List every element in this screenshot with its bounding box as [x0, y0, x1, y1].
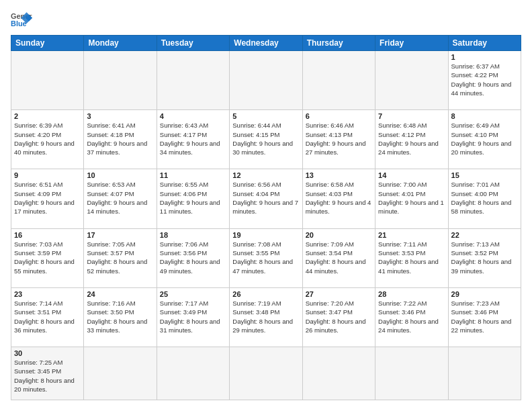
- day-number: 2: [14, 112, 81, 120]
- day-sun-info: Sunrise: 7:08 AM Sunset: 3:55 PM Dayligh…: [232, 240, 299, 275]
- calendar-day-cell: 1Sunrise: 6:37 AM Sunset: 4:22 PM Daylig…: [448, 51, 521, 110]
- day-sun-info: Sunrise: 7:00 AM Sunset: 4:01 PM Dayligh…: [378, 180, 445, 216]
- day-number: 30: [14, 349, 81, 357]
- day-number: 23: [14, 290, 81, 298]
- calendar-day-cell: [230, 51, 302, 110]
- calendar-day-cell: 16Sunrise: 7:03 AM Sunset: 3:59 PM Dayli…: [11, 228, 84, 287]
- calendar-day-cell: [11, 51, 84, 110]
- calendar-day-cell: 4Sunrise: 6:43 AM Sunset: 4:17 PM Daylig…: [157, 110, 229, 169]
- day-number: 4: [160, 112, 226, 120]
- calendar-table: SundayMondayTuesdayWednesdayThursdayFrid…: [11, 35, 521, 400]
- calendar-header-row: SundayMondayTuesdayWednesdayThursdayFrid…: [11, 36, 521, 51]
- calendar-day-cell: [157, 347, 229, 400]
- calendar-week-row: 23Sunrise: 7:14 AM Sunset: 3:51 PM Dayli…: [11, 287, 521, 347]
- day-sun-info: Sunrise: 7:03 AM Sunset: 3:59 PM Dayligh…: [14, 240, 81, 275]
- calendar-day-cell: [448, 347, 521, 400]
- day-sun-info: Sunrise: 7:17 AM Sunset: 3:49 PM Dayligh…: [160, 299, 226, 334]
- day-number: 29: [451, 290, 518, 298]
- calendar-week-row: 9Sunrise: 6:51 AM Sunset: 4:09 PM Daylig…: [11, 169, 521, 228]
- calendar-day-cell: 13Sunrise: 6:58 AM Sunset: 4:03 PM Dayli…: [302, 169, 375, 228]
- calendar-day-cell: 19Sunrise: 7:08 AM Sunset: 3:55 PM Dayli…: [230, 228, 302, 287]
- calendar-day-cell: [157, 51, 229, 110]
- day-sun-info: Sunrise: 7:05 AM Sunset: 3:57 PM Dayligh…: [87, 240, 153, 275]
- calendar-day-cell: 21Sunrise: 7:11 AM Sunset: 3:53 PM Dayli…: [375, 228, 448, 287]
- day-sun-info: Sunrise: 7:23 AM Sunset: 3:46 PM Dayligh…: [451, 299, 518, 334]
- day-of-week-header: Friday: [375, 36, 448, 51]
- day-sun-info: Sunrise: 7:06 AM Sunset: 3:56 PM Dayligh…: [160, 240, 226, 275]
- day-number: 8: [451, 112, 518, 120]
- day-number: 28: [378, 290, 445, 298]
- calendar-week-row: 30Sunrise: 7:25 AM Sunset: 3:45 PM Dayli…: [11, 347, 521, 400]
- day-sun-info: Sunrise: 6:37 AM Sunset: 4:22 PM Dayligh…: [451, 62, 518, 97]
- day-sun-info: Sunrise: 7:13 AM Sunset: 3:52 PM Dayligh…: [451, 240, 518, 275]
- day-number: 11: [160, 171, 226, 179]
- day-sun-info: Sunrise: 6:46 AM Sunset: 4:13 PM Dayligh…: [306, 121, 372, 156]
- day-number: 26: [232, 290, 299, 298]
- day-number: 17: [87, 231, 153, 239]
- day-of-week-header: Monday: [84, 36, 157, 51]
- day-number: 6: [306, 112, 372, 120]
- calendar-day-cell: 3Sunrise: 6:41 AM Sunset: 4:18 PM Daylig…: [84, 110, 157, 169]
- day-sun-info: Sunrise: 6:41 AM Sunset: 4:18 PM Dayligh…: [87, 121, 153, 156]
- day-of-week-header: Tuesday: [157, 36, 229, 51]
- calendar-day-cell: [230, 347, 302, 400]
- day-number: 25: [160, 290, 226, 298]
- calendar-day-cell: [375, 347, 448, 400]
- day-number: 12: [232, 171, 299, 179]
- logo: General Blue: [11, 11, 32, 30]
- day-number: 27: [306, 290, 372, 298]
- day-sun-info: Sunrise: 6:55 AM Sunset: 4:06 PM Dayligh…: [160, 180, 226, 216]
- day-number: 9: [14, 171, 81, 179]
- day-number: 1: [451, 53, 518, 61]
- calendar-body: 1Sunrise: 6:37 AM Sunset: 4:22 PM Daylig…: [11, 51, 521, 400]
- calendar-day-cell: 15Sunrise: 7:01 AM Sunset: 4:00 PM Dayli…: [448, 169, 521, 228]
- day-sun-info: Sunrise: 6:39 AM Sunset: 4:20 PM Dayligh…: [14, 121, 81, 156]
- day-sun-info: Sunrise: 6:51 AM Sunset: 4:09 PM Dayligh…: [14, 180, 81, 216]
- calendar-day-cell: 24Sunrise: 7:16 AM Sunset: 3:50 PM Dayli…: [84, 287, 157, 347]
- day-sun-info: Sunrise: 7:22 AM Sunset: 3:46 PM Dayligh…: [378, 299, 445, 334]
- generalblue-logo-icon: General Blue: [11, 11, 32, 30]
- calendar-day-cell: 17Sunrise: 7:05 AM Sunset: 3:57 PM Dayli…: [84, 228, 157, 287]
- day-of-week-header: Saturday: [448, 36, 521, 51]
- calendar-week-row: 16Sunrise: 7:03 AM Sunset: 3:59 PM Dayli…: [11, 228, 521, 287]
- calendar-day-cell: 25Sunrise: 7:17 AM Sunset: 3:49 PM Dayli…: [157, 287, 229, 347]
- day-sun-info: Sunrise: 7:11 AM Sunset: 3:53 PM Dayligh…: [378, 240, 445, 275]
- calendar-day-cell: 27Sunrise: 7:20 AM Sunset: 3:47 PM Dayli…: [302, 287, 375, 347]
- day-number: 10: [87, 171, 153, 179]
- day-sun-info: Sunrise: 6:56 AM Sunset: 4:04 PM Dayligh…: [232, 180, 299, 216]
- calendar-day-cell: [302, 347, 375, 400]
- calendar-day-cell: 5Sunrise: 6:44 AM Sunset: 4:15 PM Daylig…: [230, 110, 302, 169]
- day-sun-info: Sunrise: 6:49 AM Sunset: 4:10 PM Dayligh…: [451, 121, 518, 156]
- day-number: 15: [451, 171, 518, 179]
- calendar-day-cell: 7Sunrise: 6:48 AM Sunset: 4:12 PM Daylig…: [375, 110, 448, 169]
- day-number: 24: [87, 290, 153, 298]
- calendar-day-cell: 26Sunrise: 7:19 AM Sunset: 3:48 PM Dayli…: [230, 287, 302, 347]
- header: General Blue: [11, 11, 521, 30]
- calendar-day-cell: 20Sunrise: 7:09 AM Sunset: 3:54 PM Dayli…: [302, 228, 375, 287]
- calendar-day-cell: [84, 347, 157, 400]
- calendar-day-cell: 9Sunrise: 6:51 AM Sunset: 4:09 PM Daylig…: [11, 169, 84, 228]
- day-number: 7: [378, 112, 445, 120]
- day-sun-info: Sunrise: 7:09 AM Sunset: 3:54 PM Dayligh…: [306, 240, 372, 275]
- day-sun-info: Sunrise: 6:48 AM Sunset: 4:12 PM Dayligh…: [378, 121, 445, 156]
- day-sun-info: Sunrise: 7:19 AM Sunset: 3:48 PM Dayligh…: [232, 299, 299, 334]
- day-of-week-header: Thursday: [302, 36, 375, 51]
- calendar-day-cell: 28Sunrise: 7:22 AM Sunset: 3:46 PM Dayli…: [375, 287, 448, 347]
- day-sun-info: Sunrise: 7:01 AM Sunset: 4:00 PM Dayligh…: [451, 180, 518, 216]
- calendar-day-cell: 18Sunrise: 7:06 AM Sunset: 3:56 PM Dayli…: [157, 228, 229, 287]
- day-number: 16: [14, 231, 81, 239]
- day-sun-info: Sunrise: 6:53 AM Sunset: 4:07 PM Dayligh…: [87, 180, 153, 216]
- calendar-day-cell: 8Sunrise: 6:49 AM Sunset: 4:10 PM Daylig…: [448, 110, 521, 169]
- calendar-day-cell: 10Sunrise: 6:53 AM Sunset: 4:07 PM Dayli…: [84, 169, 157, 228]
- day-number: 22: [451, 231, 518, 239]
- calendar-day-cell: [84, 51, 157, 110]
- calendar-day-cell: 22Sunrise: 7:13 AM Sunset: 3:52 PM Dayli…: [448, 228, 521, 287]
- calendar-day-cell: 29Sunrise: 7:23 AM Sunset: 3:46 PM Dayli…: [448, 287, 521, 347]
- day-number: 13: [306, 171, 372, 179]
- calendar-day-cell: 23Sunrise: 7:14 AM Sunset: 3:51 PM Dayli…: [11, 287, 84, 347]
- calendar-week-row: 2Sunrise: 6:39 AM Sunset: 4:20 PM Daylig…: [11, 110, 521, 169]
- calendar-week-row: 1Sunrise: 6:37 AM Sunset: 4:22 PM Daylig…: [11, 51, 521, 110]
- calendar-day-cell: [302, 51, 375, 110]
- day-number: 18: [160, 231, 226, 239]
- day-of-week-header: Sunday: [11, 36, 84, 51]
